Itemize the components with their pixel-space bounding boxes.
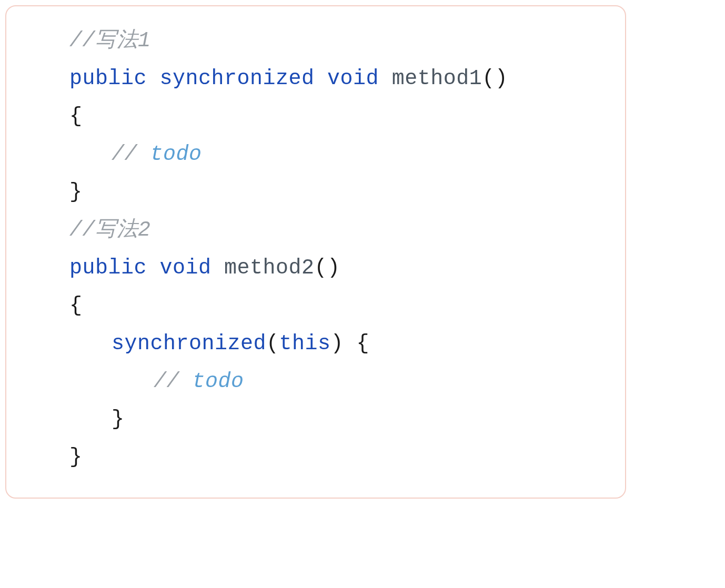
keyword-void: void [160, 256, 212, 280]
code-line: } [69, 439, 615, 477]
code-line: } [69, 401, 615, 439]
paren-close-brace: ) { [331, 332, 370, 356]
code-line: public void method2() [69, 249, 615, 287]
keyword-void: void [327, 67, 379, 90]
code-line: //写法2 [69, 211, 615, 249]
brace-open: { [69, 294, 83, 318]
comment-todo: todo [150, 143, 202, 166]
keyword-public: public [69, 67, 147, 90]
code-line: // todo [69, 136, 615, 174]
brace-close: } [69, 180, 83, 204]
brace-open: { [69, 105, 83, 128]
code-line: // todo [69, 363, 615, 401]
method-name: method2 [224, 256, 315, 280]
brace-close: } [69, 445, 83, 469]
comment: //写法2 [69, 218, 151, 242]
keyword-public: public [69, 256, 147, 280]
method-name: method1 [392, 67, 482, 90]
code-line: public synchronized void method1() [69, 60, 615, 98]
parens: () [482, 67, 508, 90]
code-line: } [69, 174, 615, 211]
paren-open: ( [266, 332, 279, 356]
comment-todo: todo [193, 370, 244, 393]
code-block: //写法1 public synchronized void method1()… [5, 5, 626, 499]
comment-slash: // [154, 370, 193, 393]
code-line: //写法1 [69, 22, 615, 60]
code-line: { [69, 98, 615, 136]
code-line: synchronized(this) { [69, 325, 615, 363]
keyword-this: this [279, 332, 331, 356]
parens: () [315, 256, 340, 280]
code-line: { [69, 287, 615, 325]
comment: //写法1 [69, 29, 151, 53]
comment-slash: // [112, 143, 150, 166]
brace-close: } [112, 408, 125, 431]
keyword-synchronized: synchronized [160, 67, 315, 90]
keyword-synchronized: synchronized [112, 332, 266, 356]
